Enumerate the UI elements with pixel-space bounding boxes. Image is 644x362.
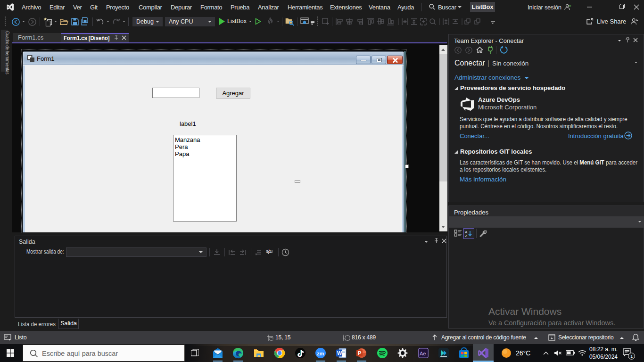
- svg-text:Ae: Ae: [420, 351, 426, 356]
- svg-text:Z: Z: [465, 234, 467, 238]
- svg-text:P: P: [358, 350, 361, 356]
- svg-text:W: W: [337, 350, 342, 356]
- svg-text:1: 1: [630, 354, 633, 359]
- svg-text:zm: zm: [317, 351, 324, 356]
